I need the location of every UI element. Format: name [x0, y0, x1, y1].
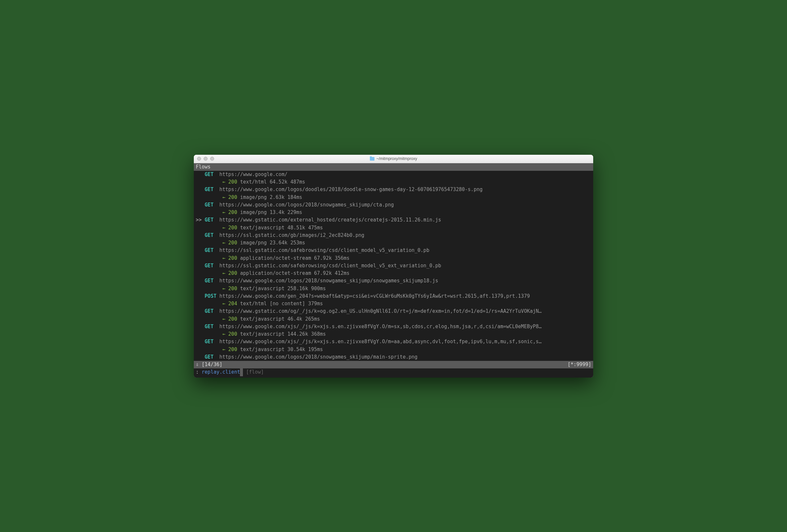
flow-row[interactable]: GET https://www.google.com/xjs/_/js/k=xj…: [196, 338, 591, 346]
response-arrow-icon: ←: [222, 331, 228, 337]
flow-cursor: [196, 231, 205, 239]
content-type: text/javascript: [240, 331, 284, 337]
flow-row[interactable]: GET https://ssl.gstatic.com/safebrowsing…: [196, 247, 591, 254]
request-url: https://ssl.gstatic.com/safebrowsing/csd…: [219, 263, 441, 269]
request-url: https://www.google.com/xjs/_/js/k=xjs.s.…: [219, 324, 541, 330]
content-type: application/octet-stream: [240, 270, 311, 276]
http-method: GET: [205, 247, 216, 253]
flow-cursor: [196, 262, 205, 270]
command-text: replay.client: [202, 369, 240, 375]
response-arrow-icon: ←: [222, 255, 228, 261]
response-row: ← 204 text/html [no content] 379ms: [196, 300, 591, 308]
window-title-text: ~/mitmproxy/mitmproxy: [377, 156, 417, 161]
terminal-body[interactable]: Flows GET https://www.google.com/← 200 t…: [194, 163, 593, 378]
content-size: 144.26k: [288, 331, 308, 337]
request-url: https://www.google.com/logos/2018/snowga…: [219, 354, 418, 360]
flow-row[interactable]: GET https://www.google.com/logos/2018/sn…: [196, 277, 591, 285]
http-method: GET: [205, 263, 216, 269]
http-method: GET: [205, 172, 216, 177]
response-row: ← 200 text/javascript 46.4k 265ms: [196, 315, 591, 323]
titlebar[interactable]: ~/mitmproxy/mitmproxy: [194, 155, 593, 163]
response-time: 900ms: [311, 286, 326, 291]
command-line[interactable]: : replay.client [flow]: [194, 369, 593, 377]
content-type: text/javascript: [240, 316, 284, 322]
status-code: 200: [228, 316, 237, 322]
status-bar: ⇩ [14/36] [*:9999]: [194, 361, 593, 369]
response-time: 379ms: [308, 301, 323, 307]
content-size: 258.16k: [288, 286, 308, 291]
request-url: https://www.google.com/logos/2018/snowga…: [219, 278, 438, 284]
flow-list[interactable]: GET https://www.google.com/← 200 text/ht…: [194, 171, 593, 361]
folder-icon: [370, 157, 375, 161]
flow-cursor: [196, 201, 205, 209]
flow-row[interactable]: GET https://ssl.gstatic.com/gb/images/i2…: [196, 231, 591, 239]
status-code: 200: [228, 240, 237, 246]
request-url: https://ssl.gstatic.com/gb/images/i2_2ec…: [219, 232, 364, 238]
response-arrow-icon: ←: [222, 301, 228, 307]
command-placeholder: [flow]: [246, 369, 264, 375]
flow-cursor: [196, 247, 205, 254]
status-code: 200: [228, 286, 237, 291]
flow-cursor: >>: [196, 216, 205, 224]
response-arrow-icon: ←: [222, 179, 228, 185]
response-row: ← 200 text/html 64.52k 487ms: [196, 178, 591, 186]
flow-row[interactable]: >> GET https://www.gstatic.com/external_…: [196, 216, 591, 224]
http-method: GET: [205, 202, 216, 208]
http-method: GET: [205, 278, 216, 284]
flow-row[interactable]: GET https://www.google.com/: [196, 171, 591, 178]
cursor-icon: [240, 369, 243, 376]
response-arrow-icon: ←: [222, 316, 228, 322]
content-size: [no content]: [270, 301, 305, 307]
response-time: 475ms: [308, 225, 323, 231]
http-method: GET: [205, 354, 216, 360]
content-size: 23.64k: [270, 240, 288, 246]
flow-row[interactable]: GET https://www.google.com/logos/2018/sn…: [196, 353, 591, 361]
response-row: ← 200 text/javascript 48.51k 475ms: [196, 224, 591, 231]
status-left: ⇩ [14/36]: [196, 361, 222, 369]
http-method: POST: [205, 293, 216, 299]
content-type: text/html: [240, 301, 267, 307]
content-type: image/png: [240, 240, 267, 246]
response-arrow-icon: ←: [222, 225, 228, 231]
request-url: https://www.gstatic.com/og/_/js/k=og.og2…: [219, 308, 541, 314]
content-size: 67.92k: [314, 270, 332, 276]
flow-row[interactable]: GET https://www.gstatic.com/og/_/js/k=og…: [196, 308, 591, 315]
response-time: 412ms: [335, 270, 349, 276]
flow-row[interactable]: GET https://www.google.com/logos/2018/sn…: [196, 201, 591, 209]
response-time: 184ms: [288, 194, 302, 200]
flow-row[interactable]: GET https://ssl.gstatic.com/safebrowsing…: [196, 262, 591, 270]
request-url: https://ssl.gstatic.com/safebrowsing/csd…: [219, 247, 429, 253]
flow-cursor: [196, 323, 205, 330]
response-time: 368ms: [311, 331, 326, 337]
response-row: ← 200 text/javascript 258.16k 900ms: [196, 285, 591, 292]
request-url: https://www.google.com/gen_204?s=webaft&…: [219, 293, 530, 299]
http-method: GET: [205, 232, 216, 238]
content-size: 46.4k: [288, 316, 302, 322]
close-icon[interactable]: [197, 157, 201, 161]
scroll-arrow-icon: ⇩: [196, 361, 199, 368]
flow-row[interactable]: POST https://www.google.com/gen_204?s=we…: [196, 292, 591, 300]
content-type: text/javascript: [240, 225, 284, 231]
content-size: 48.51k: [288, 225, 305, 231]
flow-cursor: [196, 353, 205, 361]
terminal-window: ~/mitmproxy/mitmproxy Flows GET https://…: [194, 155, 593, 378]
response-row: ← 200 image/png 23.64k 253ms: [196, 239, 591, 247]
flow-row[interactable]: GET https://www.google.com/xjs/_/js/k=xj…: [196, 323, 591, 330]
flows-header: Flows: [194, 163, 593, 171]
response-row: ← 200 image/png 13.4k 229ms: [196, 209, 591, 216]
minimize-icon[interactable]: [204, 157, 208, 161]
flow-row[interactable]: GET https://www.google.com/logos/doodles…: [196, 186, 591, 193]
flow-cursor: [196, 338, 205, 346]
status-code: 200: [228, 270, 237, 276]
flow-position: [14/36]: [202, 361, 222, 368]
status-code: 200: [228, 347, 237, 352]
zoom-icon[interactable]: [210, 157, 214, 161]
content-type: application/octet-stream: [240, 255, 311, 261]
http-method: GET: [205, 217, 216, 223]
flow-cursor: [196, 171, 205, 178]
flow-cursor: [196, 186, 205, 193]
response-time: 253ms: [290, 240, 305, 246]
content-type: image/png: [240, 209, 267, 215]
status-code: 200: [228, 209, 237, 215]
response-arrow-icon: ←: [222, 270, 228, 276]
